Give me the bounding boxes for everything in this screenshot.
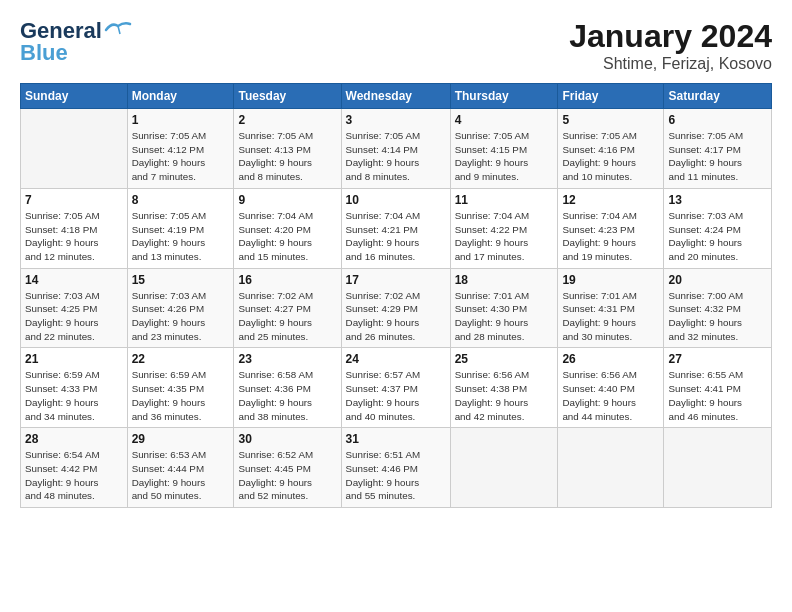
day-number: 7 xyxy=(25,193,123,207)
calendar-cell: 15Sunrise: 7:03 AMSunset: 4:26 PMDayligh… xyxy=(127,268,234,348)
day-info: Sunrise: 6:56 AMSunset: 4:38 PMDaylight:… xyxy=(455,368,554,423)
calendar-cell: 2Sunrise: 7:05 AMSunset: 4:13 PMDaylight… xyxy=(234,109,341,189)
day-number: 9 xyxy=(238,193,336,207)
day-number: 14 xyxy=(25,273,123,287)
calendar-cell: 13Sunrise: 7:03 AMSunset: 4:24 PMDayligh… xyxy=(664,188,772,268)
day-number: 24 xyxy=(346,352,446,366)
logo-bird-icon xyxy=(104,20,132,38)
calendar-cell: 5Sunrise: 7:05 AMSunset: 4:16 PMDaylight… xyxy=(558,109,664,189)
calendar-cell: 25Sunrise: 6:56 AMSunset: 4:38 PMDayligh… xyxy=(450,348,558,428)
day-info: Sunrise: 7:02 AMSunset: 4:27 PMDaylight:… xyxy=(238,289,336,344)
day-number: 29 xyxy=(132,432,230,446)
day-info: Sunrise: 7:00 AMSunset: 4:32 PMDaylight:… xyxy=(668,289,767,344)
day-info: Sunrise: 7:05 AMSunset: 4:18 PMDaylight:… xyxy=(25,209,123,264)
calendar-title: January 2024 xyxy=(569,18,772,55)
calendar-week-row: 21Sunrise: 6:59 AMSunset: 4:33 PMDayligh… xyxy=(21,348,772,428)
day-info: Sunrise: 7:05 AMSunset: 4:12 PMDaylight:… xyxy=(132,129,230,184)
col-thursday: Thursday xyxy=(450,84,558,109)
calendar-cell: 22Sunrise: 6:59 AMSunset: 4:35 PMDayligh… xyxy=(127,348,234,428)
day-number: 12 xyxy=(562,193,659,207)
calendar-cell: 16Sunrise: 7:02 AMSunset: 4:27 PMDayligh… xyxy=(234,268,341,348)
day-info: Sunrise: 7:05 AMSunset: 4:13 PMDaylight:… xyxy=(238,129,336,184)
day-info: Sunrise: 7:04 AMSunset: 4:23 PMDaylight:… xyxy=(562,209,659,264)
day-info: Sunrise: 7:03 AMSunset: 4:24 PMDaylight:… xyxy=(668,209,767,264)
day-info: Sunrise: 7:05 AMSunset: 4:19 PMDaylight:… xyxy=(132,209,230,264)
calendar-cell: 9Sunrise: 7:04 AMSunset: 4:20 PMDaylight… xyxy=(234,188,341,268)
day-info: Sunrise: 6:55 AMSunset: 4:41 PMDaylight:… xyxy=(668,368,767,423)
calendar-cell: 26Sunrise: 6:56 AMSunset: 4:40 PMDayligh… xyxy=(558,348,664,428)
calendar-cell: 4Sunrise: 7:05 AMSunset: 4:15 PMDaylight… xyxy=(450,109,558,189)
day-info: Sunrise: 7:03 AMSunset: 4:25 PMDaylight:… xyxy=(25,289,123,344)
day-number: 10 xyxy=(346,193,446,207)
day-info: Sunrise: 6:53 AMSunset: 4:44 PMDaylight:… xyxy=(132,448,230,503)
day-info: Sunrise: 7:05 AMSunset: 4:14 PMDaylight:… xyxy=(346,129,446,184)
day-info: Sunrise: 7:02 AMSunset: 4:29 PMDaylight:… xyxy=(346,289,446,344)
col-saturday: Saturday xyxy=(664,84,772,109)
calendar-cell: 19Sunrise: 7:01 AMSunset: 4:31 PMDayligh… xyxy=(558,268,664,348)
col-monday: Monday xyxy=(127,84,234,109)
calendar-week-row: 1Sunrise: 7:05 AMSunset: 4:12 PMDaylight… xyxy=(21,109,772,189)
day-number: 27 xyxy=(668,352,767,366)
day-number: 2 xyxy=(238,113,336,127)
calendar-cell: 28Sunrise: 6:54 AMSunset: 4:42 PMDayligh… xyxy=(21,428,128,508)
calendar-cell: 29Sunrise: 6:53 AMSunset: 4:44 PMDayligh… xyxy=(127,428,234,508)
day-info: Sunrise: 7:04 AMSunset: 4:22 PMDaylight:… xyxy=(455,209,554,264)
day-number: 23 xyxy=(238,352,336,366)
logo: General Blue xyxy=(20,18,132,66)
day-number: 3 xyxy=(346,113,446,127)
calendar-cell: 6Sunrise: 7:05 AMSunset: 4:17 PMDaylight… xyxy=(664,109,772,189)
day-info: Sunrise: 7:05 AMSunset: 4:15 PMDaylight:… xyxy=(455,129,554,184)
day-number: 17 xyxy=(346,273,446,287)
day-number: 18 xyxy=(455,273,554,287)
calendar-cell: 27Sunrise: 6:55 AMSunset: 4:41 PMDayligh… xyxy=(664,348,772,428)
calendar-cell: 17Sunrise: 7:02 AMSunset: 4:29 PMDayligh… xyxy=(341,268,450,348)
calendar-cell: 8Sunrise: 7:05 AMSunset: 4:19 PMDaylight… xyxy=(127,188,234,268)
day-info: Sunrise: 6:51 AMSunset: 4:46 PMDaylight:… xyxy=(346,448,446,503)
calendar-cell: 7Sunrise: 7:05 AMSunset: 4:18 PMDaylight… xyxy=(21,188,128,268)
day-number: 13 xyxy=(668,193,767,207)
calendar-cell: 31Sunrise: 6:51 AMSunset: 4:46 PMDayligh… xyxy=(341,428,450,508)
calendar-cell: 20Sunrise: 7:00 AMSunset: 4:32 PMDayligh… xyxy=(664,268,772,348)
col-sunday: Sunday xyxy=(21,84,128,109)
day-number: 31 xyxy=(346,432,446,446)
day-info: Sunrise: 6:57 AMSunset: 4:37 PMDaylight:… xyxy=(346,368,446,423)
calendar-week-row: 28Sunrise: 6:54 AMSunset: 4:42 PMDayligh… xyxy=(21,428,772,508)
calendar-cell: 30Sunrise: 6:52 AMSunset: 4:45 PMDayligh… xyxy=(234,428,341,508)
calendar-week-row: 7Sunrise: 7:05 AMSunset: 4:18 PMDaylight… xyxy=(21,188,772,268)
day-number: 15 xyxy=(132,273,230,287)
calendar-cell: 21Sunrise: 6:59 AMSunset: 4:33 PMDayligh… xyxy=(21,348,128,428)
calendar-table: Sunday Monday Tuesday Wednesday Thursday… xyxy=(20,83,772,508)
title-block: January 2024 Shtime, Ferizaj, Kosovo xyxy=(569,18,772,73)
day-number: 1 xyxy=(132,113,230,127)
calendar-cell: 1Sunrise: 7:05 AMSunset: 4:12 PMDaylight… xyxy=(127,109,234,189)
day-info: Sunrise: 7:03 AMSunset: 4:26 PMDaylight:… xyxy=(132,289,230,344)
day-info: Sunrise: 7:01 AMSunset: 4:31 PMDaylight:… xyxy=(562,289,659,344)
calendar-cell xyxy=(21,109,128,189)
day-info: Sunrise: 7:05 AMSunset: 4:17 PMDaylight:… xyxy=(668,129,767,184)
day-number: 28 xyxy=(25,432,123,446)
day-info: Sunrise: 7:01 AMSunset: 4:30 PMDaylight:… xyxy=(455,289,554,344)
day-info: Sunrise: 7:04 AMSunset: 4:21 PMDaylight:… xyxy=(346,209,446,264)
day-number: 6 xyxy=(668,113,767,127)
calendar-cell xyxy=(558,428,664,508)
day-info: Sunrise: 7:04 AMSunset: 4:20 PMDaylight:… xyxy=(238,209,336,264)
calendar-week-row: 14Sunrise: 7:03 AMSunset: 4:25 PMDayligh… xyxy=(21,268,772,348)
day-info: Sunrise: 6:54 AMSunset: 4:42 PMDaylight:… xyxy=(25,448,123,503)
day-info: Sunrise: 6:58 AMSunset: 4:36 PMDaylight:… xyxy=(238,368,336,423)
day-number: 16 xyxy=(238,273,336,287)
day-number: 22 xyxy=(132,352,230,366)
day-number: 5 xyxy=(562,113,659,127)
col-friday: Friday xyxy=(558,84,664,109)
day-number: 8 xyxy=(132,193,230,207)
day-info: Sunrise: 6:59 AMSunset: 4:35 PMDaylight:… xyxy=(132,368,230,423)
day-info: Sunrise: 6:52 AMSunset: 4:45 PMDaylight:… xyxy=(238,448,336,503)
calendar-subtitle: Shtime, Ferizaj, Kosovo xyxy=(569,55,772,73)
day-info: Sunrise: 6:56 AMSunset: 4:40 PMDaylight:… xyxy=(562,368,659,423)
day-number: 30 xyxy=(238,432,336,446)
day-number: 26 xyxy=(562,352,659,366)
calendar-cell: 11Sunrise: 7:04 AMSunset: 4:22 PMDayligh… xyxy=(450,188,558,268)
day-info: Sunrise: 7:05 AMSunset: 4:16 PMDaylight:… xyxy=(562,129,659,184)
calendar-cell: 12Sunrise: 7:04 AMSunset: 4:23 PMDayligh… xyxy=(558,188,664,268)
calendar-cell: 18Sunrise: 7:01 AMSunset: 4:30 PMDayligh… xyxy=(450,268,558,348)
day-number: 20 xyxy=(668,273,767,287)
